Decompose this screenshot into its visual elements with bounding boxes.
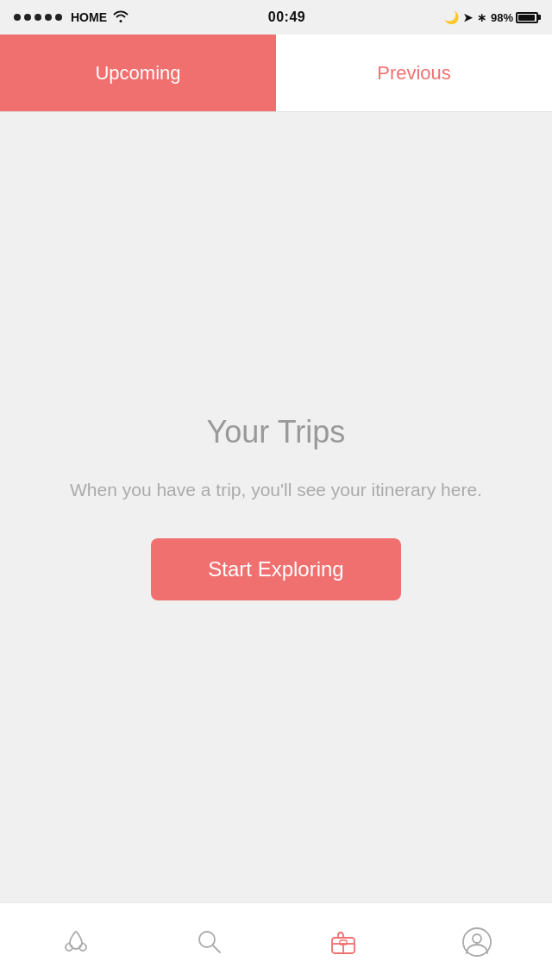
status-bar: HOME 00:49 🌙 ➤ ∗ 98%	[0, 0, 552, 35]
location-icon: ➤	[463, 11, 473, 24]
tab-previous[interactable]: Previous	[276, 35, 552, 111]
bottom-tab-bar	[0, 902, 552, 980]
moon-icon: 🌙	[444, 10, 459, 24]
battery-icon	[516, 12, 538, 23]
main-content: Your Trips When you have a trip, you'll …	[0, 112, 552, 902]
svg-line-1	[213, 945, 220, 952]
status-right: 🌙 ➤ ∗ 98%	[444, 10, 538, 24]
bottom-tab-profile[interactable]	[410, 926, 543, 958]
bottom-tab-trips[interactable]	[276, 926, 410, 958]
status-left: HOME	[14, 9, 129, 25]
bottom-tab-search[interactable]	[142, 926, 276, 958]
profile-icon	[461, 926, 493, 958]
top-tab-bar: Upcoming Previous	[0, 35, 552, 112]
start-exploring-button[interactable]: Start Exploring	[151, 538, 401, 600]
trips-title: Your Trips	[207, 414, 346, 450]
battery-percent: 98%	[491, 11, 513, 24]
trips-description: When you have a trip, you'll see your it…	[70, 476, 482, 504]
airbnb-icon	[60, 926, 92, 958]
signal-dots	[14, 14, 62, 21]
trips-icon	[327, 926, 360, 958]
svg-point-0	[199, 932, 215, 947]
search-icon	[193, 926, 226, 958]
battery-container: 98%	[491, 11, 538, 24]
bottom-tab-home[interactable]	[9, 926, 142, 958]
status-time: 00:49	[268, 9, 305, 25]
svg-point-7	[473, 934, 481, 943]
wifi-icon	[112, 9, 129, 25]
tab-upcoming[interactable]: Upcoming	[0, 35, 276, 111]
bluetooth-icon: ∗	[477, 11, 486, 24]
carrier-label: HOME	[71, 10, 107, 24]
